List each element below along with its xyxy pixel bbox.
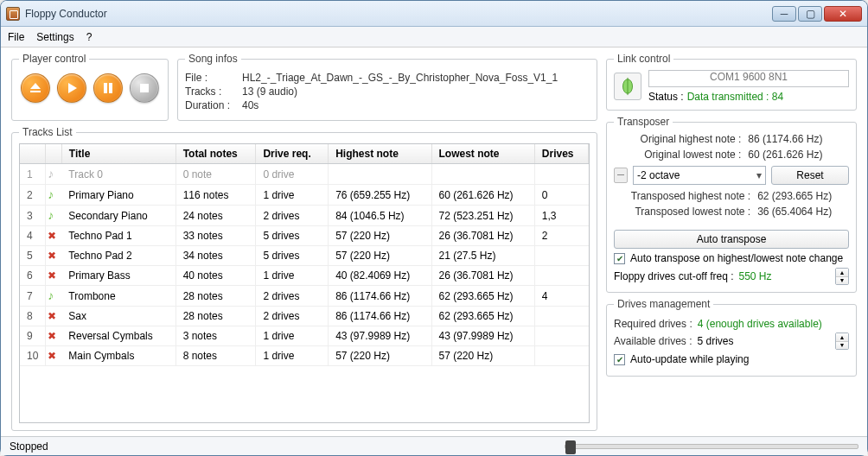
row-low: 43 (97.9989 Hz) — [431, 326, 534, 346]
svg-marker-2 — [68, 83, 77, 93]
stop-button[interactable] — [130, 73, 159, 103]
tracks-table-wrap[interactable]: Title Total notes Drive req. Highest not… — [19, 143, 590, 423]
row-drives: 1,3 — [534, 206, 588, 226]
available-drives-stepper[interactable]: ▲▼ — [835, 332, 849, 350]
auto-transpose-checkbox[interactable]: ✔ — [614, 253, 625, 264]
row-req: 2 drives — [256, 307, 329, 326]
row-low: 26 (36.7081 Hz) — [431, 266, 534, 286]
app-icon — [6, 7, 20, 21]
available-drives-value: 5 drives — [698, 335, 831, 347]
row-low: 62 (293.665 Hz) — [431, 286, 534, 307]
row-index: 1 — [20, 164, 46, 185]
row-index: 8 — [20, 307, 46, 326]
menu-help[interactable]: ? — [86, 31, 93, 43]
row-low: 72 (523.251 Hz) — [431, 206, 534, 226]
col-req[interactable]: Drive req. — [256, 144, 329, 164]
col-high[interactable]: Highest note — [329, 144, 431, 164]
row-total: 24 notes — [176, 206, 256, 226]
song-infos-legend: Song infos — [185, 53, 241, 65]
link-port-field: COM1 9600 8N1 — [648, 70, 849, 87]
minimize-button[interactable]: ─ — [772, 6, 796, 22]
row-low: 26 (36.7081 Hz) — [431, 226, 534, 246]
progress-knob[interactable] — [565, 440, 576, 454]
orig-low-label: Original lowest note : — [614, 149, 741, 161]
eject-button[interactable] — [21, 73, 50, 103]
row-high: 86 (1174.66 Hz) — [329, 286, 431, 307]
row-title: Sax — [61, 307, 176, 326]
note-icon — [48, 269, 60, 282]
note-icon — [48, 330, 60, 342]
row-req: 2 drives — [256, 286, 329, 307]
table-row[interactable]: 9Reversal Cymbals3 notes1 drive43 (97.99… — [20, 326, 589, 346]
transposer-group: Transposer Original highest note : 86 (1… — [606, 116, 857, 293]
row-drives — [534, 307, 588, 326]
cutoff-stepper[interactable]: ▲▼ — [835, 268, 849, 285]
col-low[interactable]: Lowest note — [431, 144, 534, 164]
row-drives — [534, 346, 588, 366]
song-tracks-value: 13 (9 audio) — [242, 86, 297, 98]
row-index: 5 — [20, 246, 46, 266]
maximize-button[interactable]: ▢ — [798, 6, 822, 22]
orig-low-value: 60 (261.626 Hz) — [748, 149, 849, 161]
octave-slider[interactable] — [614, 168, 628, 183]
row-req: 1 drive — [256, 266, 329, 286]
col-total[interactable]: Total notes — [176, 144, 256, 164]
cutoff-label: Floppy drives cut-off freq : — [614, 270, 734, 282]
orig-high-label: Original highest note : — [614, 133, 741, 145]
row-low: 57 (220 Hz) — [431, 346, 534, 366]
table-row[interactable]: 10Main Cymbals8 notes1 drive57 (220 Hz)5… — [20, 346, 589, 366]
app-window: Floppy Conductor ─ ▢ ✕ File Settings ? P… — [0, 0, 868, 456]
row-total: 40 notes — [176, 266, 256, 286]
pause-button[interactable] — [93, 73, 123, 103]
reset-button[interactable]: Reset — [771, 166, 849, 185]
row-title: Secondary Piano — [61, 206, 176, 226]
row-title: Track 0 — [61, 164, 176, 185]
svg-rect-1 — [30, 91, 41, 92]
trans-low-label: Transposed lowest note : — [614, 206, 750, 218]
link-icon[interactable] — [614, 73, 641, 100]
row-icon — [46, 246, 62, 266]
row-title: Trombone — [61, 286, 176, 307]
octave-combo[interactable]: -2 octave — [633, 166, 766, 185]
link-control-legend: Link control — [614, 53, 673, 65]
row-title: Reversal Cymbals — [61, 326, 176, 346]
menu-file[interactable]: File — [8, 31, 24, 43]
table-row[interactable]: 3Secondary Piano24 notes2 drives84 (1046… — [20, 206, 589, 226]
row-icon — [46, 206, 62, 226]
playback-progress[interactable] — [565, 444, 858, 449]
link-status-value: Data transmitted : 84 — [687, 91, 783, 103]
menu-settings[interactable]: Settings — [36, 31, 73, 43]
table-row[interactable]: 8Sax28 notes2 drives86 (1174.66 Hz)62 (2… — [20, 307, 589, 326]
drives-group: Drives management Required drives : 4 (e… — [606, 298, 857, 377]
titlebar[interactable]: Floppy Conductor ─ ▢ ✕ — [1, 1, 867, 27]
svg-rect-5 — [140, 84, 149, 92]
table-row[interactable]: 1Track 00 note0 drive — [20, 164, 589, 185]
table-row[interactable]: 7Trombone28 notes2 drives86 (1174.66 Hz)… — [20, 286, 589, 307]
menubar: File Settings ? — [1, 27, 867, 48]
note-icon — [48, 168, 60, 180]
auto-update-checkbox[interactable]: ✔ — [614, 354, 625, 365]
col-drives[interactable]: Drives — [534, 144, 588, 164]
play-button[interactable] — [57, 73, 86, 103]
row-high: 76 (659.255 Hz) — [329, 185, 431, 206]
row-index: 3 — [20, 206, 46, 226]
row-low — [431, 164, 534, 185]
table-row[interactable]: 6Primary Bass40 notes1 drive40 (82.4069 … — [20, 266, 589, 286]
status-text: Stopped — [10, 440, 48, 453]
table-row[interactable]: 2Primary Piano116 notes1 drive76 (659.25… — [20, 185, 589, 206]
close-button[interactable]: ✕ — [824, 6, 862, 22]
row-drives: 2 — [534, 226, 588, 246]
table-row[interactable]: 5Techno Pad 234 notes5 drives57 (220 Hz)… — [20, 246, 589, 266]
link-status-label: Status : — [648, 91, 684, 103]
col-title[interactable]: Title — [61, 144, 176, 164]
table-row[interactable]: 4Techno Pad 133 notes5 drives57 (220 Hz)… — [20, 226, 589, 246]
row-index: 6 — [20, 266, 46, 286]
trans-low-value: 36 (65.4064 Hz) — [757, 206, 849, 218]
row-icon — [46, 326, 62, 346]
row-icon — [46, 164, 62, 185]
row-low: 21 (27.5 Hz) — [431, 246, 534, 266]
song-infos-group: Song infos File :HL2_-_Triage_At_Dawn_-_… — [177, 53, 597, 121]
svg-rect-4 — [109, 83, 112, 93]
auto-transpose-button[interactable]: Auto transpose — [614, 230, 849, 249]
row-total: 34 notes — [176, 246, 256, 266]
